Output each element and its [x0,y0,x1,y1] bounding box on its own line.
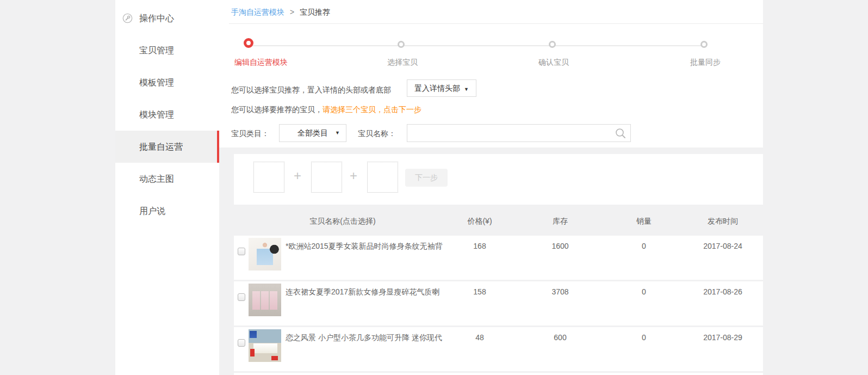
caret-down-icon: ▼ [335,125,340,142]
product-price: 48 [475,333,484,342]
table-row-2[interactable]: 连衣裙女夏季2017新款女修身显瘦碎花气质喇158370802017-08-26 [234,281,763,325]
breadcrumb-divider [229,23,763,24]
step-label-4: 批量同步 [662,58,749,67]
selection-hint-text: 您可以选择要推荐的宝贝，请选择三个宝贝，点击下一步 [231,105,421,115]
sidebar: 操作中心宝贝管理模板管理模块管理批量自运营动态主图用户说 [115,0,219,375]
category-select-value: 全部类目 [297,128,328,137]
sidebar-item-3[interactable]: 模板管理 [115,66,219,99]
next-step-button[interactable]: 下一步 [405,169,448,187]
recommend-slot-panel: + + 下一步 [234,154,763,205]
table-row-1[interactable]: *欧洲站2015夏季女装新品时尚修身条纹无袖背168160002017-08-2… [234,236,763,280]
product-image-blue-dress-model [249,238,281,271]
breadcrumb-separator: > [290,8,294,16]
step-dot-1 [244,38,253,48]
product-name-search [407,124,631,142]
table-header-cell-1: 宝贝名称(点击选择) [309,217,375,226]
search-input[interactable] [407,125,613,142]
page: 操作中心宝贝管理模板管理模块管理批量自运营动态主图用户说 手淘自运营模块 > 宝… [0,0,868,375]
sidebar-item-1[interactable]: 操作中心 [115,2,219,34]
product-date: 2017-08-26 [703,287,742,296]
step-label-2: 选择宝贝 [359,58,446,67]
name-filter-label: 宝贝名称： [358,129,396,139]
product-name: 恋之风景 小户型小茶几多功能可升降 迷你现代 [286,333,442,343]
sidebar-item-6[interactable]: 动态主图 [115,163,219,195]
table-row-partial [234,373,763,375]
product-sales: 0 [642,242,646,250]
magnifier-icon[interactable] [615,127,627,139]
row-checkbox[interactable] [238,248,245,255]
sidebar-item-4[interactable]: 模块管理 [115,99,219,131]
product-sales: 0 [642,287,646,296]
plus-icon: + [348,168,359,183]
category-select[interactable]: 全部类目 ▼ [279,124,346,142]
sidebar-item-label: 操作中心 [139,14,174,23]
placement-dropdown[interactable]: 置入详情头部▼ [407,79,476,97]
product-stock: 1600 [551,242,568,250]
table-row-3[interactable]: 恋之风景 小户型小茶几多功能可升降 迷你现代4860002017-08-29 [234,327,763,371]
category-filter-label: 宝贝类目： [231,129,269,139]
sidebar-item-label: 模板管理 [139,78,174,87]
product-name: *欧洲站2015夏季女装新品时尚修身条纹无袖背 [286,242,443,251]
product-stock: 3708 [551,287,568,296]
table-header-cell-4: 销量 [636,217,652,226]
selection-hint-highlight: 请选择三个宝贝，点击下一步 [323,105,421,114]
product-stock: 600 [554,333,566,342]
plus-icon: + [292,168,303,183]
breadcrumb-link[interactable]: 手淘自运营模块 [231,8,284,16]
table-header-cell-2: 价格(¥) [467,217,492,226]
selection-hint-prefix: 您可以选择要推荐的宝贝， [231,105,323,114]
sidebar-item-2[interactable]: 宝贝管理 [115,34,219,66]
breadcrumb: 手淘自运营模块 > 宝贝推荐 [231,8,330,17]
step-dot-4 [700,41,708,48]
sidebar-item-label: 批量自运营 [139,142,183,151]
product-price: 158 [473,287,486,296]
breadcrumb-current: 宝贝推荐 [300,8,330,16]
row-checkbox[interactable] [238,293,245,301]
sidebar-item-7[interactable]: 用户说 [115,195,219,227]
product-image-coffee-table [249,329,281,362]
product-sales: 0 [642,333,646,342]
slot-box-3[interactable] [367,162,398,193]
sidebar-item-label: 模块管理 [139,110,174,119]
product-date: 2017-08-24 [703,242,742,250]
sidebar-item-label: 动态主图 [139,174,174,183]
table-body: *欧洲站2015夏季女装新品时尚修身条纹无袖背168160002017-08-2… [234,236,763,373]
slot-box-1[interactable] [253,162,284,193]
row-checkbox[interactable] [238,339,245,347]
product-name: 连衣裙女夏季2017新款女修身显瘦碎花气质喇 [286,287,439,297]
stepper-track [251,45,705,46]
step-dot-3 [549,41,556,48]
caret-down-icon: ▼ [464,87,469,92]
sidebar-item-5[interactable]: 批量自运营 [115,131,219,163]
content-header-panel: 手淘自运营模块 > 宝贝推荐 编辑自运营模块选择宝贝确认宝贝批量同步 您可以选择… [219,0,763,147]
table-header-cell-5: 发布时间 [708,217,738,226]
step-dot-2 [398,41,405,48]
wrench-circle-icon [122,13,133,23]
sidebar-menu: 操作中心宝贝管理模板管理模块管理批量自运营动态主图用户说 [115,0,219,227]
sidebar-item-label: 宝贝管理 [139,46,174,55]
sidebar-item-label: 用户说 [139,206,165,216]
step-label-1: 编辑自运营模块 [218,58,305,67]
product-image-floral-dress-models [249,284,281,316]
step-label-3: 确认宝贝 [510,58,597,67]
placement-dropdown-value: 置入详情头部 [414,84,460,93]
placement-hint-text: 您可以选择宝贝推荐，置入详情的头部或者底部 [231,85,391,95]
product-price: 168 [473,242,486,250]
table-header-cell-3: 库存 [553,217,568,226]
product-date: 2017-08-29 [703,333,742,342]
slot-box-2[interactable] [311,162,342,193]
table-header: 宝贝名称(点击选择)价格(¥)库存销量发布时间 [234,217,763,230]
